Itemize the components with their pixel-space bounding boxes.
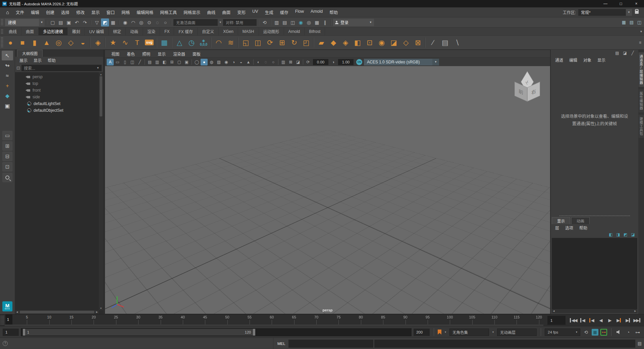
chevron-down-icon[interactable]: ▾ xyxy=(443,331,447,334)
viewport-menu-面板[interactable]: 面板 xyxy=(189,51,204,57)
select-hierarchy-icon[interactable]: ▽ xyxy=(93,18,101,27)
menu-文件[interactable]: 文件 xyxy=(12,9,28,15)
go-to-end-button[interactable]: ▶▶ xyxy=(632,316,641,325)
move-layer-up-icon[interactable]: ◧ xyxy=(608,232,613,237)
new-empty-layer-icon[interactable]: ◩ xyxy=(623,232,628,237)
select-tool[interactable]: ↖ xyxy=(2,51,13,60)
scroll-right-icon[interactable]: ▶ xyxy=(633,309,637,313)
chevron-down-icon[interactable]: ▼ xyxy=(218,21,223,24)
shelf-icons-grip[interactable] xyxy=(1,37,4,48)
make-live-tripod-icon[interactable]: △ xyxy=(173,36,185,49)
resolution-gate-icon[interactable]: ▥ xyxy=(154,59,161,65)
scrollbar-thumb[interactable] xyxy=(20,311,94,313)
range-slider-range[interactable]: 1 120 xyxy=(23,329,255,336)
menu-网格[interactable]: 网格 xyxy=(118,9,133,15)
sweep-mesh-icon[interactable]: ★ xyxy=(107,36,119,49)
outliner-item-side[interactable]: side xyxy=(15,94,103,100)
menu-Flow[interactable]: Flow xyxy=(292,9,307,15)
shelf-tab-雕刻[interactable]: 雕刻 xyxy=(68,28,85,35)
menu-网格工具[interactable]: 网格工具 xyxy=(157,9,180,15)
channel-pin-icon[interactable]: ◪ xyxy=(622,50,628,56)
snap-curve-icon[interactable]: ◠ xyxy=(129,18,137,27)
textured-icon[interactable]: ▨ xyxy=(215,59,222,65)
chevron-down-icon[interactable]: ▼ xyxy=(39,19,45,26)
filter-icon[interactable]: ⊡ xyxy=(16,65,20,70)
animation-preferences-icon[interactable]: ◔ xyxy=(625,329,632,336)
menu-创建[interactable]: 创建 xyxy=(43,9,58,15)
viewport-menu-显示[interactable]: 显示 xyxy=(154,51,169,57)
layer-list-scrollbar[interactable]: ◀ ▶ xyxy=(552,309,637,313)
layer-list[interactable] xyxy=(552,238,637,309)
gamma-field[interactable]: 1.00 xyxy=(338,59,354,65)
viewport-menu-视图[interactable]: 视图 xyxy=(108,51,123,57)
safe-title-icon[interactable]: ▣ xyxy=(183,59,190,65)
outliner-item-defaultObjectSet[interactable]: defaultObjectSet xyxy=(15,107,103,114)
menu-窗口[interactable]: 窗口 xyxy=(103,9,118,15)
playback-snap-button[interactable]: ▦ xyxy=(592,329,598,336)
shelf-tab-Arnold[interactable]: Arnold xyxy=(284,28,305,35)
mel-label[interactable]: MEL xyxy=(273,342,288,346)
viewport-menu-照明[interactable]: 照明 xyxy=(139,51,154,57)
curve-ellipse-icon[interactable]: ◠ xyxy=(213,36,225,49)
workspace-combo[interactable]: 常规* ▼ xyxy=(578,9,632,16)
wireframe-on-shaded-icon[interactable]: ◍ xyxy=(208,59,215,65)
target-weld-icon[interactable]: ⊡ xyxy=(364,36,376,49)
outliner-item-front[interactable]: front xyxy=(15,87,103,94)
grease-pencil-icon[interactable]: ╱ xyxy=(136,59,143,65)
wireframe-icon[interactable]: ◯ xyxy=(193,59,200,65)
maya-logo[interactable]: M MAYA xyxy=(2,301,12,311)
poly-disc-icon[interactable]: ◒ xyxy=(77,36,89,49)
range-slider-track[interactable]: 1 120 xyxy=(21,328,412,336)
home-icon[interactable]: ⌂ xyxy=(3,9,12,15)
exposure-icon[interactable]: ⟳ xyxy=(305,59,312,65)
shelf-tab-FX 缓存[interactable]: FX 缓存 xyxy=(174,28,198,35)
pause-viewport-icon[interactable]: ∥ xyxy=(321,18,329,27)
chevron-down-icon[interactable]: ▼ xyxy=(369,21,372,24)
snap-projected-center-icon[interactable]: ⊙ xyxy=(145,18,153,27)
outliner-horizontal-scrollbar[interactable]: ◀ ▶ xyxy=(15,310,99,314)
smooth-icon[interactable]: ⟳ xyxy=(264,36,276,49)
poly-cone-icon[interactable]: ▲ xyxy=(41,36,53,49)
shelf-tab-FX[interactable]: FX xyxy=(160,28,174,35)
shelf-tab-渲染[interactable]: 渲染 xyxy=(143,28,160,35)
custom-layout-button[interactable]: ⊡ xyxy=(2,162,12,171)
open-scene-icon[interactable]: ▤ xyxy=(57,18,65,27)
svg-tool-icon[interactable]: svg xyxy=(143,36,155,49)
shelf-tab-多边形建模[interactable]: 多边形建模 xyxy=(39,28,68,35)
symmetry-field[interactable]: 对称: 禁用 xyxy=(223,19,257,26)
play-forwards-button[interactable]: ▶ xyxy=(605,316,614,325)
camera-attributes-icon[interactable]: A xyxy=(107,59,114,65)
shelf-tab-绑定[interactable]: 绑定 xyxy=(109,28,126,35)
reset-tool-clock-icon[interactable]: ◷ xyxy=(185,36,198,49)
smooth-shade-icon[interactable]: ● xyxy=(201,59,208,65)
outliner-item-defaultLightSet[interactable]: defaultLightSet xyxy=(15,100,103,107)
scroll-left-icon[interactable]: ◀ xyxy=(552,309,556,313)
outliner-vertical-scrollbar[interactable]: ▲ ▼ xyxy=(99,72,103,310)
sweep-surface-icon[interactable]: ≋ xyxy=(225,36,237,49)
no-live-surface-field[interactable]: 无激活曲面 xyxy=(173,19,218,26)
viewport-menu-着色[interactable]: 着色 xyxy=(123,51,139,57)
move-tool[interactable]: + xyxy=(2,81,13,91)
layer-editor-tab-显示[interactable]: 显示 xyxy=(552,217,570,224)
poly-torus-icon[interactable]: ◎ xyxy=(53,36,65,49)
shelf-tab-options-icon[interactable]: ▾ xyxy=(640,28,644,35)
snap-grid-icon[interactable]: ◉ xyxy=(121,18,129,27)
bevel-icon[interactable]: ◆ xyxy=(327,36,339,49)
multi-cut-icon[interactable]: ◧ xyxy=(352,36,364,49)
curve-pencil-icon[interactable]: ∕ xyxy=(427,36,439,49)
ipr-render-icon[interactable]: ◫ xyxy=(289,18,297,27)
single-pane-layout-button[interactable]: ▭ xyxy=(2,131,12,140)
render-current-frame-icon[interactable]: ▤ xyxy=(281,18,289,27)
2d-pan-zoom-icon[interactable]: ◫ xyxy=(129,59,136,65)
channel-box-menu-显示[interactable]: 显示 xyxy=(594,57,608,63)
average-vertices-icon[interactable]: ⊠ xyxy=(412,36,424,49)
no-lights-icon[interactable]: ○ xyxy=(270,59,277,65)
menu-显示[interactable]: 显示 xyxy=(88,9,103,15)
type-text-icon[interactable]: T xyxy=(131,36,143,49)
display-render-settings-icon[interactable]: ◎ xyxy=(305,18,313,27)
current-frame-field[interactable]: 1 xyxy=(547,316,566,325)
step-forward-frame-button[interactable]: ▶ xyxy=(623,316,632,325)
occlusion-icon[interactable]: ◒ xyxy=(237,59,245,65)
mirror-icon[interactable]: ↻ xyxy=(288,36,300,49)
bridge-icon[interactable]: ◈ xyxy=(339,36,352,49)
